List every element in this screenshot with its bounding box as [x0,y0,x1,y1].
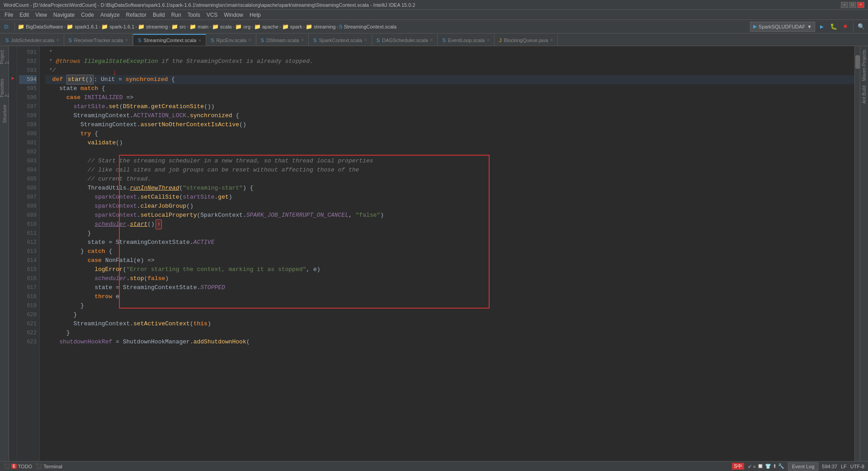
code-line-622: } [45,328,854,338]
code-content[interactable]: ↓ * * @throws IllegalStateException if t… [40,46,854,461]
code-line-608: sparkContext.clearJobGroup() [45,202,854,211]
menu-refactor[interactable]: Refactor [123,11,149,19]
code-line-610: scheduler.start() ! [45,220,854,229]
tabbar: S JobScheduler.scala × S ReceiverTracker… [0,33,868,46]
menu-help[interactable]: Help [247,11,264,19]
tab-close-receivertracker[interactable]: × [125,38,128,43]
tab-close-dagscheduler[interactable]: × [430,38,433,43]
close-button[interactable]: × [857,2,864,8]
menu-code[interactable]: Code [78,11,97,19]
code-line-603: // Start the streaming scheduler in a ne… [45,157,854,166]
code-line-605: // current thread. [45,175,854,184]
code-line-599: StreamingContext.assertNoOtherContextIsA… [45,120,854,129]
tab-jobscheduler[interactable]: S JobScheduler.scala × [1,34,64,46]
tab-close-sparkcontext[interactable]: × [364,38,367,43]
tab-close-dstream[interactable]: × [301,38,304,43]
toolbar-sep2 [853,22,854,31]
debug-button[interactable]: 🐛 [829,22,839,32]
breadcrumb-spark[interactable]: 📁spark [282,24,302,30]
code-line-617: state = StreamingContextState.STOPPED [45,283,854,292]
main-area: 1: Project 2: Favorites Structure ▶ [0,46,868,461]
breadcrumb-org[interactable]: 📁org [235,24,250,30]
editor-area: ▶ [9,46,868,461]
menu-build[interactable]: Build [150,11,168,19]
code-line-620: } [45,310,854,319]
code-line-598: StreamingContext.ACTIVATION_LOCK.synchro… [45,111,854,120]
tab-sparkcontext[interactable]: S SparkContext.scala × [309,34,372,46]
code-line-595: state match { [45,84,854,93]
maximize-button[interactable]: □ [849,2,856,8]
favorites-panel-icon[interactable]: 2: Favorites [1,81,8,95]
menu-edit[interactable]: Edit [17,11,32,19]
menu-view[interactable]: View [33,11,50,19]
toolbar-db-icon[interactable]: D: [2,22,12,32]
code-line-604: // like call sites and job groups can be… [45,166,854,175]
code-line-594: def start(): Unit = synchronized { [45,75,854,84]
breadcrumb-spark-161[interactable]: 📁spark-1.6.1 [101,24,134,30]
tab-close-streamingcontext[interactable]: × [198,38,201,43]
code-line-612: state = StreamingContextState.ACTIVE [45,238,854,247]
menu-navigate[interactable]: Navigate [51,11,77,19]
tab-close-eventloop[interactable]: × [487,38,490,43]
menu-run[interactable]: Run [169,11,184,19]
breadcrumb-streaming2[interactable]: 📁streaming [306,24,335,30]
breadcrumb-streaming[interactable]: 📁streaming [138,24,168,30]
code-line-619: } [45,301,854,310]
terminal-button[interactable]: ⬛ Terminal [36,463,62,469]
minimize-button[interactable]: − [841,2,848,8]
code-line-615: logError("Error starting the context, ma… [45,265,854,274]
status-right: S中 ↙ » 🔲 👕 ⬆ 🔧 Event Log 594:37 LF UTF-8 [732,462,864,471]
line-ending[interactable]: LF [841,464,847,469]
toolbar-sep1 [14,22,15,31]
breadcrumb-bigdata[interactable]: 📁BigDataSoftware [18,24,63,30]
stop-button[interactable]: ■ [840,22,850,32]
tab-dagscheduler[interactable]: S DAGScheduler.scala × [372,34,438,46]
tab-close-jobscheduler[interactable]: × [57,38,59,43]
right-scrollbar[interactable] [854,46,860,461]
code-line-601: validate() [45,138,854,147]
breadcrumb-src[interactable]: 📁src [171,24,186,30]
config-name: SparkSQLUDFUDAF [759,24,805,29]
event-log-button[interactable]: Event Log [788,462,819,471]
encoding[interactable]: UTF-8 [850,464,864,469]
code-line-592: * @throws IllegalStateException if the S… [45,57,854,66]
annotations-column: ▶ [9,46,17,461]
todo-button[interactable]: ⬛ 6 TODO [4,463,32,469]
breadcrumb-spark161[interactable]: 📁spark1.6.1 [66,24,98,30]
maven-projects-panel[interactable]: Maven Projects Ant Build [860,46,868,461]
tab-close-blockingqueue[interactable]: × [550,38,553,43]
project-panel-icon[interactable]: 1: Project [1,50,8,64]
menubar: File Edit View Navigate Code Analyze Ref… [0,10,868,20]
run-button[interactable]: ▶ [817,22,827,32]
menu-window[interactable]: Window [221,11,246,19]
toolbar-nav-buttons: D: [2,22,12,32]
code-line-609: sparkContext.setLocalProperty(SparkConte… [45,211,854,220]
tab-rpcenv[interactable]: S RpcEnv.scala × [206,34,256,46]
breadcrumb-scala[interactable]: 📁scala [212,24,232,30]
tab-dstream[interactable]: S DStream.scala × [256,34,309,46]
menu-file[interactable]: File [2,11,16,19]
menu-vcs[interactable]: VCS [204,11,221,19]
structure-panel-icon[interactable]: Structure [1,107,8,121]
far-left-panel: 1: Project 2: Favorites Structure [0,46,9,461]
breadcrumb-file[interactable]: SStreamingContext.scala [339,24,396,29]
code-line-614: case NonFatal(e) => [45,256,854,265]
tab-close-rpcenv[interactable]: × [249,38,251,43]
code-line-611: } [45,229,854,238]
titlebar: WordCount - [D:\IdeaProjects\WordCount] … [0,0,868,10]
code-line-597: startSite.set(DStream.getCreationSite()) [45,102,854,111]
tab-blockingqueue[interactable]: J BlockingQueue.java × [495,34,558,46]
breadcrumb-main[interactable]: 📁main [189,24,208,30]
menu-analyze[interactable]: Analyze [98,11,123,19]
tab-receivertracker[interactable]: S ReceiverTracker.scala × [64,34,133,46]
tab-eventloop[interactable]: S EventLoop.scala × [438,34,495,46]
line-numbers: 591 592 593 594 595 596 597 598 599 600 … [17,46,40,461]
run-config-dropdown[interactable]: ▶ SparkSQLUDFUDAF ▼ [750,22,815,32]
statusbar: ⬛ 6 TODO ⬛ Terminal S中 ↙ » 🔲 👕 ⬆ 🔧 Event… [0,461,868,471]
tab-streamingcontext[interactable]: S StreamingContext.scala × [133,34,206,46]
menu-tools[interactable]: Tools [185,11,203,19]
search-button[interactable]: 🔍 [856,22,866,32]
status-icons: ↙ » 🔲 👕 ⬆ 🔧 [748,463,784,469]
code-line-602 [45,147,854,157]
breadcrumb-apache[interactable]: 📁apache [254,24,278,30]
